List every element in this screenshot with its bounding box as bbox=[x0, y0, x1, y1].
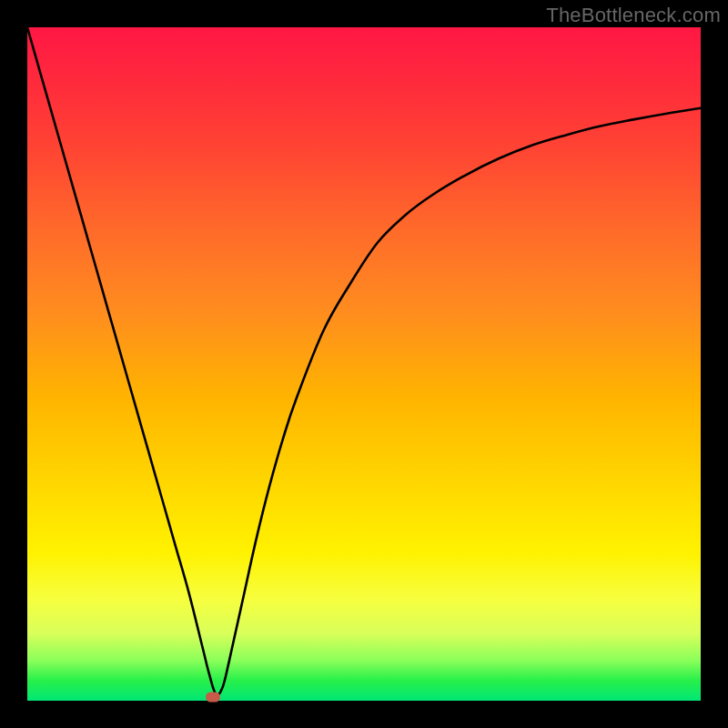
bottleneck-chart: TheBottleneck.com bbox=[0, 0, 728, 728]
curve-svg bbox=[27, 27, 701, 701]
bottleneck-curve-path bbox=[27, 27, 701, 695]
minimum-marker bbox=[206, 693, 220, 703]
plot-area bbox=[27, 27, 701, 701]
watermark-text: TheBottleneck.com bbox=[546, 4, 721, 27]
